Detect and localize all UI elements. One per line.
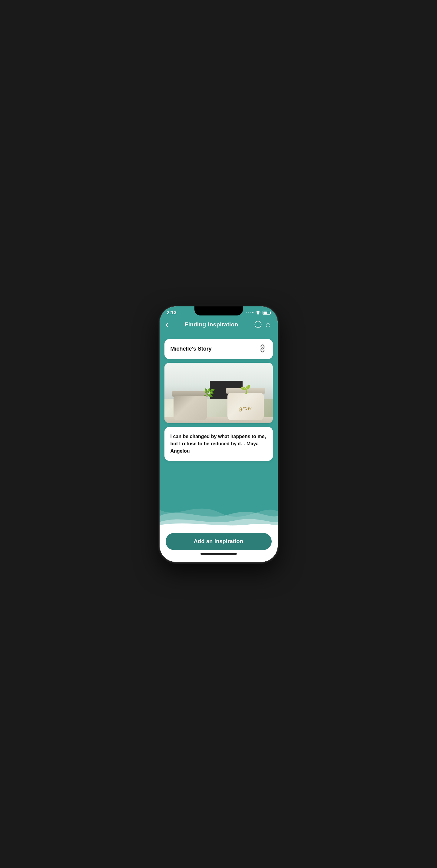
phone-screen: 2:13 [160, 306, 278, 562]
nav-bar: ‹ Finding Inspiration ⓘ ☆ [160, 317, 278, 334]
inspiration-image-card: 🌿 grow 🌱 [164, 363, 273, 423]
plant-right: 🌱 [240, 384, 251, 395]
content-area: Michelle's Story [160, 334, 278, 466]
screen-inner: 2:13 [160, 306, 278, 562]
svg-point-0 [257, 314, 258, 315]
story-title: Michelle's Story [170, 346, 212, 352]
notch [194, 306, 243, 315]
home-indicator [200, 553, 237, 555]
link-icon[interactable] [257, 343, 269, 354]
battery-icon [262, 311, 271, 315]
quote-card: I can be changed by what happens to me, … [164, 427, 273, 461]
info-icon[interactable]: ⓘ [254, 320, 262, 330]
add-inspiration-button[interactable]: Add an Inspiration [166, 533, 272, 550]
signal-dot-1 [246, 312, 247, 313]
story-card: Michelle's Story [164, 339, 273, 359]
scrollable-area: Michelle's Story [160, 334, 278, 528]
nav-actions: ⓘ ☆ [254, 320, 271, 330]
page-title: Finding Inspiration [185, 321, 238, 328]
phone-frame: 2:13 [160, 306, 278, 562]
pot-right-body: grow [227, 393, 264, 420]
pot-left [174, 390, 207, 420]
battery-fill [263, 312, 267, 314]
signal-dot-4 [252, 312, 253, 313]
wifi-icon [255, 311, 261, 315]
back-button[interactable]: ‹ [166, 320, 168, 329]
quote-text: I can be changed by what happens to me, … [170, 433, 267, 455]
signal-dot-3 [250, 312, 251, 313]
wave-svg [160, 498, 278, 528]
star-icon[interactable]: ☆ [265, 320, 271, 329]
card-title-row: Michelle's Story [164, 339, 273, 359]
status-icons [246, 311, 271, 315]
bottom-area: Add an Inspiration [160, 528, 278, 562]
grow-text: grow [239, 404, 251, 411]
pot-left-body [174, 396, 207, 420]
status-time: 2:13 [167, 310, 177, 315]
signal-dots [246, 312, 253, 313]
signal-dot-2 [248, 312, 249, 313]
wave-section [160, 466, 278, 528]
pot-right: grow 🌱 [227, 387, 264, 420]
